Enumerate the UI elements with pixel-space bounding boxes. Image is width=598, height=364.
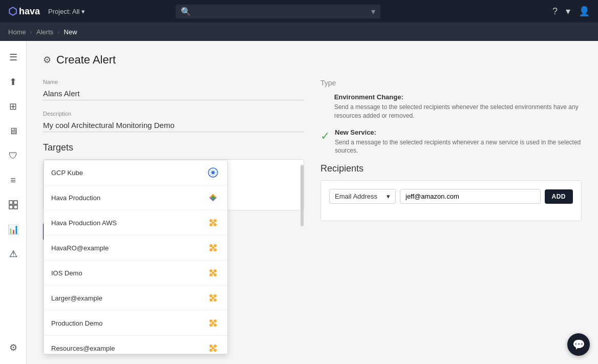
svg-point-24 bbox=[209, 298, 212, 302]
svg-point-36 bbox=[212, 347, 214, 349]
target-name: Larger@example bbox=[51, 294, 102, 302]
target-name: Production Demo bbox=[51, 319, 102, 327]
svg-point-28 bbox=[213, 319, 217, 323]
sidebar-item-monitor[interactable]: 🖥 bbox=[3, 121, 24, 141]
svg-point-26 bbox=[212, 297, 214, 299]
target-name: Hava Production bbox=[51, 194, 100, 202]
targets-title: Targets bbox=[43, 142, 304, 153]
breadcrumb-home[interactable]: Home bbox=[8, 28, 26, 36]
description-field: Description bbox=[43, 111, 304, 132]
description-label: Description bbox=[43, 111, 304, 117]
aws-icon-2 bbox=[206, 241, 220, 255]
search-icon: 🔍 bbox=[181, 7, 191, 16]
aws-icon bbox=[206, 216, 220, 230]
chat-bubble[interactable]: 💬 bbox=[567, 333, 590, 356]
aws-icon-6 bbox=[206, 341, 220, 354]
svg-point-12 bbox=[209, 244, 212, 247]
email-type-select[interactable]: Email Address ▾ bbox=[329, 189, 396, 204]
sidebar-item-upload[interactable]: ⬆ bbox=[3, 72, 24, 92]
target-name: Resources@example bbox=[51, 345, 115, 352]
svg-rect-0 bbox=[9, 201, 13, 204]
svg-point-5 bbox=[211, 171, 215, 174]
targets-list[interactable]: GCP Kube Hava Production bbox=[44, 160, 228, 354]
chevron-down-icon: ▾ bbox=[81, 8, 85, 15]
breadcrumb: Home › Alerts › New bbox=[0, 23, 598, 41]
name-label: Name bbox=[43, 79, 304, 85]
svg-point-25 bbox=[213, 298, 217, 302]
help-icon[interactable]: ? bbox=[552, 6, 558, 17]
type-new-service-text: New Service: Send a message to the selec… bbox=[335, 129, 582, 156]
sidebar-item-table[interactable] bbox=[3, 195, 24, 215]
sidebar: ☰ ⬆ ⊞ 🖥 🛡 ≡ 📊 ⚠ ⚙ bbox=[0, 41, 27, 364]
svg-point-29 bbox=[209, 324, 212, 327]
targets-dropdown-container: GCP Kube Hava Production bbox=[43, 159, 304, 210]
svg-point-7 bbox=[209, 219, 212, 222]
app-logo[interactable]: ⬡ hava bbox=[8, 5, 40, 17]
breadcrumb-current: New bbox=[64, 28, 77, 36]
target-name: IOS Demo bbox=[51, 269, 82, 277]
chevron-icon[interactable]: ▾ bbox=[566, 6, 570, 17]
page-icon: ⚙ bbox=[43, 54, 51, 66]
sidebar-item-grid[interactable]: ⊞ bbox=[3, 96, 24, 117]
svg-point-9 bbox=[209, 223, 212, 226]
right-column: Type Environment Change: Send a message … bbox=[321, 79, 582, 241]
list-item[interactable]: Hava Production bbox=[44, 185, 227, 210]
form-grid: Name Description Targets GCP Kube bbox=[43, 79, 582, 241]
breadcrumb-alerts[interactable]: Alerts bbox=[36, 28, 53, 36]
aws-icon-4 bbox=[206, 291, 220, 305]
list-item[interactable]: Production Demo bbox=[44, 311, 227, 336]
page-header: ⚙ Create Alert bbox=[43, 53, 582, 67]
sidebar-item-settings[interactable]: ⚙ bbox=[3, 337, 24, 358]
svg-point-11 bbox=[212, 222, 214, 224]
breadcrumb-sep-2: › bbox=[57, 28, 59, 36]
page-title: Create Alert bbox=[56, 53, 116, 67]
svg-point-13 bbox=[213, 244, 217, 247]
target-name: Hava Production AWS bbox=[51, 219, 117, 227]
sidebar-item-menu[interactable]: ☰ bbox=[3, 47, 24, 68]
list-item[interactable]: Larger@example bbox=[44, 286, 227, 311]
list-item[interactable]: HavaRO@example bbox=[44, 235, 227, 261]
chevron-down-icon: ▾ bbox=[387, 192, 390, 200]
search-dropdown-icon: ▾ bbox=[371, 7, 375, 16]
add-button[interactable]: ADD bbox=[545, 189, 573, 204]
nav-icons: ? ▾ 👤 bbox=[552, 6, 590, 17]
sidebar-item-alerts[interactable]: ⚠ bbox=[3, 244, 24, 264]
list-item[interactable]: Resources@example bbox=[44, 336, 227, 354]
user-icon[interactable]: 👤 bbox=[579, 6, 590, 17]
svg-point-22 bbox=[209, 294, 212, 297]
left-column: Name Description Targets GCP Kube bbox=[43, 79, 304, 241]
type-option-new-service[interactable]: ✓ New Service: Send a message to the sel… bbox=[321, 129, 582, 156]
svg-point-16 bbox=[212, 247, 214, 249]
list-item[interactable]: IOS Demo bbox=[44, 261, 227, 286]
svg-point-17 bbox=[209, 269, 212, 272]
breadcrumb-sep-1: › bbox=[30, 28, 32, 36]
sidebar-item-shield[interactable]: 🛡 bbox=[3, 145, 24, 166]
project-selector[interactable]: Project: All ▾ bbox=[48, 8, 85, 15]
search-input[interactable] bbox=[195, 8, 367, 15]
svg-point-27 bbox=[209, 319, 212, 323]
description-input[interactable] bbox=[43, 119, 304, 132]
list-item[interactable]: GCP Kube bbox=[44, 160, 227, 185]
svg-point-8 bbox=[213, 219, 217, 222]
list-item[interactable]: Hava Production AWS bbox=[44, 210, 227, 235]
email-input[interactable] bbox=[400, 189, 541, 204]
name-input[interactable] bbox=[43, 87, 304, 100]
svg-point-31 bbox=[212, 322, 214, 324]
search-bar[interactable]: 🔍 ▾ bbox=[176, 5, 380, 18]
target-name: HavaRO@example bbox=[51, 244, 109, 252]
type-section-label: Type bbox=[321, 79, 582, 87]
svg-point-14 bbox=[209, 248, 212, 251]
email-type-label: Email Address bbox=[335, 192, 377, 200]
svg-point-15 bbox=[213, 248, 217, 251]
svg-point-33 bbox=[213, 345, 217, 348]
svg-point-32 bbox=[209, 345, 212, 348]
aws-icon-5 bbox=[206, 316, 220, 330]
svg-point-20 bbox=[213, 273, 217, 276]
sidebar-item-list[interactable]: ≡ bbox=[3, 170, 24, 190]
type-option-env-change[interactable]: Environment Change: Send a message to th… bbox=[321, 93, 582, 120]
k8s-icon bbox=[206, 165, 220, 180]
main-content: ⚙ Create Alert Name Description Targets bbox=[27, 41, 598, 364]
logo-text: hava bbox=[19, 6, 40, 17]
sidebar-item-chart[interactable]: 📊 bbox=[3, 219, 24, 240]
checkmark-icon: ✓ bbox=[321, 130, 330, 143]
